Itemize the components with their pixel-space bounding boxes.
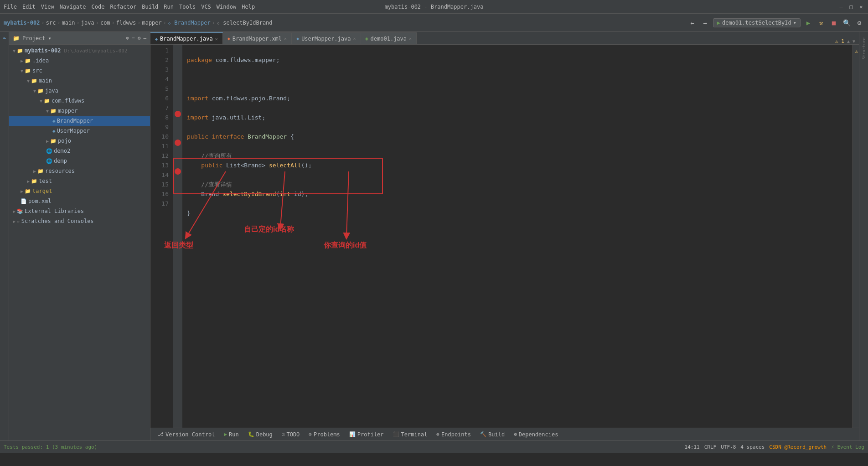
btab-run[interactable]: ▶ Run xyxy=(220,430,242,439)
tree-item-main[interactable]: ▼ 📁 main xyxy=(9,76,150,86)
tab-close-usermapper[interactable]: ✕ xyxy=(353,36,356,41)
breakpoint-line11[interactable] xyxy=(175,140,181,146)
btab-todo[interactable]: ☑ TODO xyxy=(278,430,304,439)
close-button[interactable]: ✕ xyxy=(858,4,864,10)
right-panel-structure[interactable]: Structure xyxy=(862,37,866,60)
menu-build[interactable]: Build xyxy=(142,4,158,10)
btab-problems[interactable]: ⊙ Problems xyxy=(305,430,343,439)
breadcrumb-java[interactable]: java xyxy=(81,20,94,26)
breadcrumb-src[interactable]: src xyxy=(46,20,56,26)
menu-file[interactable]: File xyxy=(4,4,17,10)
menu-tools[interactable]: Tools xyxy=(179,4,196,10)
btab-build[interactable]: 🔨 Build xyxy=(476,430,508,439)
tab-brandmapper-xml[interactable]: ◆ BrandMapper.xml ✕ xyxy=(223,32,292,44)
breadcrumb-fldwws[interactable]: fldwws xyxy=(116,20,136,26)
breadcrumb-com[interactable]: com xyxy=(100,20,110,26)
minimize-button[interactable]: — xyxy=(838,4,844,10)
window-controls: — □ ✕ xyxy=(838,4,864,10)
status-encoding[interactable]: UTF-8 xyxy=(721,444,736,450)
menu-view[interactable]: View xyxy=(41,4,54,10)
back-button[interactable]: ← xyxy=(687,18,698,28)
forward-button[interactable]: → xyxy=(700,18,710,28)
editor-scroll-down[interactable]: ▼ xyxy=(852,39,855,44)
tree-item-resources[interactable]: ▶ 📁 resources xyxy=(9,166,150,176)
tree-item-root[interactable]: ▼ 📁 mybatis-002 D:\Java01\mybatis-002 xyxy=(9,46,150,56)
tree-item-idea[interactable]: ▶ 📁 .idea xyxy=(9,56,150,66)
breadcrumb-brandmapper[interactable]: ⬦ BrandMapper xyxy=(168,20,211,26)
tree-item-target[interactable]: ▶ 📁 target xyxy=(9,186,150,196)
breakpoint-line14[interactable] xyxy=(175,168,181,175)
menu-edit[interactable]: Edit xyxy=(22,4,36,10)
btab-terminal[interactable]: ⬛ Terminal xyxy=(389,430,431,439)
breakpoint-gutter xyxy=(173,45,182,428)
tab-close-brandmapper-xml[interactable]: ✕ xyxy=(284,36,287,41)
tree-item-java[interactable]: ▼ 📁 java xyxy=(9,86,150,96)
dependencies-icon: ⚙ xyxy=(514,431,517,437)
tree-item-brandmapper[interactable]: ◆ BrandMapper xyxy=(9,116,150,126)
tab-demo01-java[interactable]: ◉ demo01.java ✕ xyxy=(361,32,417,44)
run-config-dropdown[interactable]: ▾ xyxy=(793,20,796,26)
tree-item-mapper[interactable]: ▼ 📁 mapper xyxy=(9,106,150,116)
project-tree: ▼ 📁 mybatis-002 D:\Java01\mybatis-002 ▶ … xyxy=(9,45,150,440)
btab-dependencies[interactable]: ⚙ Dependencies xyxy=(510,430,562,439)
tab-icon-java: ◆ xyxy=(155,36,158,41)
tree-item-demo2[interactable]: 🌐 demo2 xyxy=(9,146,150,156)
tab-close-brandmapper[interactable]: ✕ xyxy=(215,36,218,41)
breadcrumb-mapper[interactable]: mapper xyxy=(142,20,161,26)
editor-scroll-up[interactable]: ▲ xyxy=(847,39,850,44)
menu-navigate[interactable]: Navigate xyxy=(60,4,86,10)
tab-close-demo01[interactable]: ✕ xyxy=(409,36,412,41)
tab-usermapper-java[interactable]: ◆ UserMapper.java ✕ xyxy=(292,32,361,44)
status-indent[interactable]: 4 spaces xyxy=(740,444,765,450)
project-icon[interactable]: P xyxy=(0,34,9,42)
editor-scrollbar[interactable]: ⚠ xyxy=(852,45,859,428)
breakpoint-line8[interactable] xyxy=(175,111,181,117)
project-toolbar-1[interactable]: ⊕ xyxy=(126,35,129,41)
tree-item-demp[interactable]: 🌐 demp xyxy=(9,156,150,166)
project-toolbar-2[interactable]: ≡ xyxy=(132,35,135,41)
tree-item-external[interactable]: ▶ 📚 External Libraries xyxy=(9,206,150,216)
btab-version-control-label: Version Control xyxy=(165,431,215,438)
tree-item-src[interactable]: ▼ 📁 src xyxy=(9,66,150,76)
btab-problems-label: Problems xyxy=(314,431,340,438)
tab-brandmapper-java[interactable]: ◆ BrandMapper.java ✕ xyxy=(150,32,223,44)
btab-version-control[interactable]: ⎇ Version Control xyxy=(154,430,218,439)
stop-button[interactable]: ■ xyxy=(829,18,839,28)
tree-item-pomxml[interactable]: 📄 pom.xml xyxy=(9,196,150,206)
status-csdn: CSDN @Record_growth xyxy=(769,444,827,450)
menu-refactor[interactable]: Refactor xyxy=(110,4,136,10)
run-config-selector[interactable]: ▶ demo01.testSelectById ▾ xyxy=(713,18,801,27)
code-area[interactable]: package com.fldwws.mapper; import com.fl… xyxy=(182,45,852,428)
project-toolbar-4[interactable]: — xyxy=(143,35,146,41)
menu-help[interactable]: Help xyxy=(242,4,255,10)
status-eventlog[interactable]: ⚡ Event Log xyxy=(831,444,864,450)
tree-item-test[interactable]: ▶ 📁 test xyxy=(9,176,150,186)
search-button[interactable]: 🔍 xyxy=(842,18,852,28)
tree-item-usermapper[interactable]: ◆ UserMapper xyxy=(9,126,150,136)
tree-item-pojo[interactable]: ▶ 📁 pojo xyxy=(9,136,150,146)
menu-code[interactable]: Code xyxy=(92,4,105,10)
menu-window[interactable]: Window xyxy=(217,4,236,10)
project-dropdown[interactable]: ▾ xyxy=(48,35,52,41)
breadcrumb-method[interactable]: ⬦ selectByIdBrand xyxy=(217,20,273,26)
settings-button[interactable]: ⚙ xyxy=(854,18,864,28)
debug-icon: 🐛 xyxy=(248,431,254,437)
menu-vcs[interactable]: VCS xyxy=(201,4,211,10)
problems-icon: ⊙ xyxy=(309,431,312,437)
status-right: 14:11 CRLF UTF-8 4 spaces CSDN @Record_g… xyxy=(685,444,864,450)
tree-item-comfldwws[interactable]: ▼ 📁 com.fldwws xyxy=(9,96,150,106)
tree-item-scratches[interactable]: ▶ ✏ Scratches and Consoles xyxy=(9,216,150,226)
breadcrumb-project[interactable]: mybatis-002 xyxy=(4,20,40,26)
menu-run[interactable]: Run xyxy=(164,4,174,10)
project-toolbar-3[interactable]: ⚙ xyxy=(138,35,141,41)
btab-endpoints[interactable]: ⊕ Endpoints xyxy=(433,430,475,439)
btab-run-label: Run xyxy=(229,431,239,438)
tabs: ◆ BrandMapper.java ✕ ◆ BrandMapper.xml ✕… xyxy=(150,32,859,45)
status-crlf[interactable]: CRLF xyxy=(704,444,717,450)
breadcrumb-main[interactable]: main xyxy=(62,20,75,26)
btab-debug[interactable]: 🐛 Debug xyxy=(244,430,276,439)
btab-profiler[interactable]: 📊 Profiler xyxy=(346,430,388,439)
maximize-button[interactable]: □ xyxy=(848,4,854,10)
build-button[interactable]: ⚒ xyxy=(816,18,826,28)
run-button[interactable]: ▶ xyxy=(803,18,813,28)
